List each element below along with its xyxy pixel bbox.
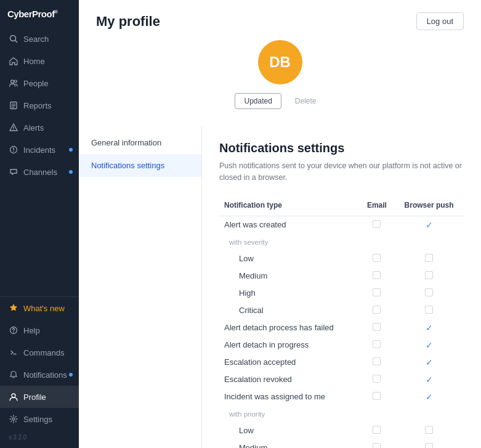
email-checkbox[interactable] [373, 254, 381, 262]
logout-button[interactable]: Log out [416, 12, 464, 30]
row-browser-cell[interactable] [394, 439, 464, 449]
row-browser-cell[interactable] [394, 405, 464, 422]
sidebar-item-people-label: People [23, 79, 48, 88]
channels-badge [69, 170, 73, 174]
profile-actions: Updated Delete [96, 93, 464, 109]
row-browser-cell[interactable] [394, 285, 464, 302]
row-email-cell[interactable] [360, 336, 394, 354]
table-row: Critical [219, 302, 464, 319]
sidebar: CyberProof® Search Home [0, 0, 79, 448]
sidebar-item-alerts[interactable]: Alerts [0, 116, 79, 139]
row-label-cell: Alert detach process has failed [219, 319, 360, 336]
row-email-cell[interactable] [360, 439, 394, 449]
row-browser-cell[interactable]: ✓ [394, 319, 464, 336]
sidebar-item-search[interactable]: Search [0, 28, 79, 50]
row-browser-cell[interactable]: ✓ [394, 336, 464, 354]
sidebar-item-notifications[interactable]: Notifications [0, 364, 79, 386]
email-checkbox[interactable] [373, 357, 381, 365]
email-checkbox[interactable] [373, 426, 381, 434]
sidebar-bottom: What's new Help [0, 296, 79, 430]
delete-button[interactable]: Delete [286, 93, 325, 109]
sidebar-item-help[interactable]: Help [0, 319, 79, 341]
search-icon [9, 34, 18, 44]
browser-checkbox[interactable] [425, 271, 433, 279]
email-checkbox[interactable] [373, 375, 381, 383]
row-email-cell[interactable] [360, 302, 394, 319]
star-icon [9, 303, 18, 313]
email-checkbox[interactable] [373, 392, 381, 400]
svg-point-14 [13, 332, 14, 332]
notifications-settings-panel: Notifications settings Push notification… [202, 126, 481, 448]
table-row: Incident was assigned to me✓ [219, 388, 464, 405]
browser-checkbox[interactable] [425, 306, 433, 314]
sidebar-item-people[interactable]: People [0, 72, 79, 94]
sidebar-item-reports-label: Reports [23, 101, 52, 110]
row-email-cell[interactable] [360, 216, 394, 234]
row-browser-cell[interactable] [394, 302, 464, 319]
sidebar-item-channels[interactable]: Channels [0, 161, 79, 183]
table-row: Low [219, 422, 464, 439]
sidebar-item-help-label: Help [23, 326, 40, 335]
notif-panel-title: Notifications settings [219, 141, 464, 155]
email-checkbox[interactable] [373, 306, 381, 314]
sidebar-item-settings-label: Settings [23, 415, 52, 424]
email-checkbox[interactable] [373, 340, 381, 348]
browser-checkbox[interactable] [425, 254, 433, 262]
row-email-cell[interactable] [360, 234, 394, 250]
row-browser-cell[interactable] [394, 234, 464, 250]
row-label-cell: Alert detach in progress [219, 336, 360, 354]
row-email-cell[interactable] [360, 319, 394, 336]
sidebar-item-whats-new[interactable]: What's new [0, 297, 79, 319]
sidebar-item-home[interactable]: Home [0, 50, 79, 72]
svg-point-3 [15, 80, 17, 83]
notifications-table: Notification type Email Browser push Ale… [219, 196, 464, 449]
row-email-cell[interactable] [360, 267, 394, 285]
sidebar-item-channels-label: Channels [23, 168, 57, 177]
table-row: with priority [219, 405, 464, 422]
profile-section: My profile Log out DB Updated Delete [79, 0, 481, 126]
row-email-cell[interactable] [360, 405, 394, 422]
email-checkbox[interactable] [373, 288, 381, 296]
col-browser: Browser push [394, 196, 464, 216]
sidebar-item-incidents[interactable]: Incidents [0, 139, 79, 161]
sidebar-item-commands-label: Commands [23, 348, 64, 357]
row-browser-cell[interactable] [394, 250, 464, 267]
email-checkbox[interactable] [373, 220, 381, 228]
table-row: Alert detach in progress✓ [219, 336, 464, 354]
row-browser-cell[interactable]: ✓ [394, 388, 464, 405]
row-email-cell[interactable] [360, 371, 394, 388]
updated-button[interactable]: Updated [235, 93, 281, 109]
row-email-cell[interactable] [360, 285, 394, 302]
row-browser-cell[interactable]: ✓ [394, 354, 464, 371]
email-checkbox[interactable] [373, 443, 381, 449]
sidebar-item-settings[interactable]: Settings [0, 408, 79, 430]
content-area: General information Notifications settin… [79, 126, 481, 448]
row-email-cell[interactable] [360, 354, 394, 371]
profile-nav-notifications[interactable]: Notifications settings [79, 154, 201, 177]
browser-checkbox[interactable] [425, 288, 433, 296]
email-checkbox[interactable] [373, 271, 381, 279]
profile-nav-general[interactable]: General information [79, 131, 201, 154]
profile-header: My profile Log out [96, 12, 464, 30]
row-browser-cell[interactable]: ✓ [394, 216, 464, 234]
browser-checkbox[interactable] [425, 426, 433, 434]
row-browser-cell[interactable] [394, 422, 464, 439]
row-email-cell[interactable] [360, 422, 394, 439]
row-email-cell[interactable] [360, 250, 394, 267]
sidebar-item-commands[interactable]: Commands [0, 341, 79, 364]
alerts-icon [9, 123, 18, 132]
svg-point-16 [12, 394, 15, 397]
browser-checkbox[interactable] [425, 443, 433, 449]
person-icon [9, 392, 18, 402]
svg-line-1 [15, 41, 17, 43]
email-checkbox[interactable] [373, 323, 381, 331]
incidents-badge [69, 148, 73, 152]
sidebar-item-reports[interactable]: Reports [0, 94, 79, 116]
sidebar-item-notifications-label: Notifications [23, 370, 67, 380]
row-label-cell: Low [219, 250, 360, 267]
row-browser-cell[interactable]: ✓ [394, 371, 464, 388]
row-email-cell[interactable] [360, 388, 394, 405]
sidebar-item-incidents-label: Incidents [23, 145, 55, 155]
row-browser-cell[interactable] [394, 267, 464, 285]
sidebar-item-profile[interactable]: Profile [0, 386, 79, 408]
